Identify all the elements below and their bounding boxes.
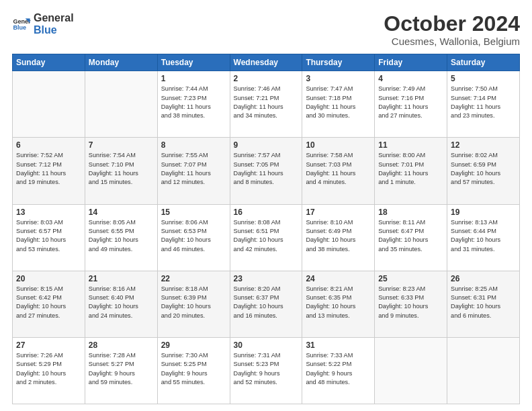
location: Cuesmes, Wallonia, Belgium — [384, 36, 520, 47]
calendar-cell — [447, 337, 520, 404]
day-number: 14 — [89, 208, 154, 217]
day-number: 13 — [16, 208, 81, 217]
day-detail: Sunrise: 7:26 AM Sunset: 5:29 PM Dayligh… — [16, 351, 81, 387]
calendar-cell: 27Sunrise: 7:26 AM Sunset: 5:29 PM Dayli… — [13, 337, 85, 404]
day-number: 7 — [89, 140, 154, 150]
day-number: 4 — [378, 74, 443, 83]
calendar-cell: 6Sunrise: 7:52 AM Sunset: 7:12 PM Daylig… — [13, 138, 85, 204]
calendar-cell: 9Sunrise: 7:57 AM Sunset: 7:05 PM Daylig… — [230, 138, 302, 204]
day-number: 16 — [234, 208, 299, 217]
calendar-cell: 11Sunrise: 8:00 AM Sunset: 7:01 PM Dayli… — [375, 138, 447, 204]
calendar-cell: 1Sunrise: 7:44 AM Sunset: 7:23 PM Daylig… — [157, 71, 230, 138]
calendar-header-tuesday: Tuesday — [157, 54, 230, 71]
calendar-cell: 8Sunrise: 7:55 AM Sunset: 7:07 PM Daylig… — [157, 138, 230, 204]
day-number: 10 — [306, 140, 371, 150]
calendar-cell: 28Sunrise: 7:28 AM Sunset: 5:27 PM Dayli… — [85, 337, 157, 404]
calendar-week-row: 1Sunrise: 7:44 AM Sunset: 7:23 PM Daylig… — [13, 71, 520, 138]
day-number: 29 — [161, 340, 226, 350]
calendar-header-row: SundayMondayTuesdayWednesdayThursdayFrid… — [13, 54, 520, 71]
day-number: 23 — [234, 274, 299, 283]
day-detail: Sunrise: 7:47 AM Sunset: 7:18 PM Dayligh… — [306, 85, 371, 120]
calendar-cell: 30Sunrise: 7:31 AM Sunset: 5:23 PM Dayli… — [230, 337, 302, 404]
day-detail: Sunrise: 8:03 AM Sunset: 6:57 PM Dayligh… — [16, 218, 81, 254]
day-detail: Sunrise: 8:06 AM Sunset: 6:53 PM Dayligh… — [161, 218, 226, 254]
logo-general: General — [34, 12, 74, 24]
calendar-header-thursday: Thursday — [302, 54, 375, 71]
month-title: October 2024 — [384, 12, 520, 36]
day-number: 18 — [378, 208, 443, 217]
calendar-header-monday: Monday — [85, 54, 157, 71]
day-number: 27 — [16, 340, 81, 350]
calendar-week-row: 13Sunrise: 8:03 AM Sunset: 6:57 PM Dayli… — [13, 204, 520, 271]
calendar-cell: 15Sunrise: 8:06 AM Sunset: 6:53 PM Dayli… — [157, 204, 230, 271]
logo-icon: General Blue — [12, 15, 31, 34]
day-number: 21 — [89, 274, 154, 283]
day-detail: Sunrise: 8:25 AM Sunset: 6:31 PM Dayligh… — [451, 285, 516, 320]
calendar-cell — [375, 337, 447, 404]
day-detail: Sunrise: 7:30 AM Sunset: 5:25 PM Dayligh… — [161, 351, 226, 387]
day-detail: Sunrise: 7:50 AM Sunset: 7:14 PM Dayligh… — [451, 85, 516, 120]
calendar-header-wednesday: Wednesday — [230, 54, 302, 71]
calendar-cell: 29Sunrise: 7:30 AM Sunset: 5:25 PM Dayli… — [157, 337, 230, 404]
calendar-cell: 22Sunrise: 8:18 AM Sunset: 6:39 PM Dayli… — [157, 271, 230, 337]
day-number: 17 — [306, 208, 371, 217]
calendar-cell: 21Sunrise: 8:16 AM Sunset: 6:40 PM Dayli… — [85, 271, 157, 337]
day-number: 25 — [378, 274, 443, 283]
day-detail: Sunrise: 8:05 AM Sunset: 6:55 PM Dayligh… — [89, 218, 154, 254]
calendar-cell: 20Sunrise: 8:15 AM Sunset: 6:42 PM Dayli… — [13, 271, 85, 337]
day-number: 2 — [234, 74, 299, 83]
day-detail: Sunrise: 7:52 AM Sunset: 7:12 PM Dayligh… — [16, 151, 81, 187]
day-number: 8 — [161, 140, 226, 150]
day-detail: Sunrise: 7:58 AM Sunset: 7:03 PM Dayligh… — [306, 151, 371, 187]
calendar-cell: 19Sunrise: 8:13 AM Sunset: 6:44 PM Dayli… — [447, 204, 520, 271]
title-block: October 2024 Cuesmes, Wallonia, Belgium — [384, 12, 520, 47]
day-detail: Sunrise: 7:49 AM Sunset: 7:16 PM Dayligh… — [378, 85, 443, 120]
calendar-cell: 13Sunrise: 8:03 AM Sunset: 6:57 PM Dayli… — [13, 204, 85, 271]
day-detail: Sunrise: 8:21 AM Sunset: 6:35 PM Dayligh… — [306, 285, 371, 320]
svg-text:Blue: Blue — [13, 24, 26, 31]
calendar-cell: 10Sunrise: 7:58 AM Sunset: 7:03 PM Dayli… — [302, 138, 375, 204]
day-number: 24 — [306, 274, 371, 283]
calendar-cell: 14Sunrise: 8:05 AM Sunset: 6:55 PM Dayli… — [85, 204, 157, 271]
page: General Blue General Blue October 2024 C… — [0, 0, 532, 411]
calendar-cell: 16Sunrise: 8:08 AM Sunset: 6:51 PM Dayli… — [230, 204, 302, 271]
calendar-cell: 23Sunrise: 8:20 AM Sunset: 6:37 PM Dayli… — [230, 271, 302, 337]
day-detail: Sunrise: 8:08 AM Sunset: 6:51 PM Dayligh… — [234, 218, 299, 254]
day-detail: Sunrise: 7:57 AM Sunset: 7:05 PM Dayligh… — [234, 151, 299, 187]
day-detail: Sunrise: 8:13 AM Sunset: 6:44 PM Dayligh… — [451, 218, 516, 254]
logo-blue: Blue — [34, 24, 74, 36]
day-number: 6 — [16, 140, 81, 150]
day-number: 31 — [306, 340, 371, 350]
calendar-cell — [85, 71, 157, 138]
day-detail: Sunrise: 7:55 AM Sunset: 7:07 PM Dayligh… — [161, 151, 226, 187]
day-number: 30 — [234, 340, 299, 350]
calendar-cell: 31Sunrise: 7:33 AM Sunset: 5:22 PM Dayli… — [302, 337, 375, 404]
calendar-header-sunday: Sunday — [13, 54, 85, 71]
calendar-cell: 18Sunrise: 8:11 AM Sunset: 6:47 PM Dayli… — [375, 204, 447, 271]
calendar-cell: 2Sunrise: 7:46 AM Sunset: 7:21 PM Daylig… — [230, 71, 302, 138]
day-number: 22 — [161, 274, 226, 283]
day-number: 11 — [378, 140, 443, 150]
day-number: 26 — [451, 274, 516, 283]
day-detail: Sunrise: 7:44 AM Sunset: 7:23 PM Dayligh… — [161, 85, 226, 120]
calendar-cell: 4Sunrise: 7:49 AM Sunset: 7:16 PM Daylig… — [375, 71, 447, 138]
day-detail: Sunrise: 8:11 AM Sunset: 6:47 PM Dayligh… — [378, 218, 443, 254]
calendar-cell: 26Sunrise: 8:25 AM Sunset: 6:31 PM Dayli… — [447, 271, 520, 337]
day-number: 20 — [16, 274, 81, 283]
day-number: 19 — [451, 208, 516, 217]
logo: General Blue General Blue — [12, 12, 74, 36]
calendar-cell — [13, 71, 85, 138]
calendar-cell: 5Sunrise: 7:50 AM Sunset: 7:14 PM Daylig… — [447, 71, 520, 138]
calendar-week-row: 6Sunrise: 7:52 AM Sunset: 7:12 PM Daylig… — [13, 138, 520, 204]
day-number: 1 — [161, 74, 226, 83]
calendar-cell: 25Sunrise: 8:23 AM Sunset: 6:33 PM Dayli… — [375, 271, 447, 337]
day-detail: Sunrise: 8:18 AM Sunset: 6:39 PM Dayligh… — [161, 285, 226, 320]
day-detail: Sunrise: 7:31 AM Sunset: 5:23 PM Dayligh… — [234, 351, 299, 387]
day-detail: Sunrise: 8:02 AM Sunset: 6:59 PM Dayligh… — [451, 151, 516, 187]
calendar-cell: 17Sunrise: 8:10 AM Sunset: 6:49 PM Dayli… — [302, 204, 375, 271]
calendar-header-saturday: Saturday — [447, 54, 520, 71]
day-number: 28 — [89, 340, 154, 350]
day-detail: Sunrise: 8:16 AM Sunset: 6:40 PM Dayligh… — [89, 285, 154, 320]
day-detail: Sunrise: 7:28 AM Sunset: 5:27 PM Dayligh… — [89, 351, 154, 387]
calendar-week-row: 27Sunrise: 7:26 AM Sunset: 5:29 PM Dayli… — [13, 337, 520, 404]
